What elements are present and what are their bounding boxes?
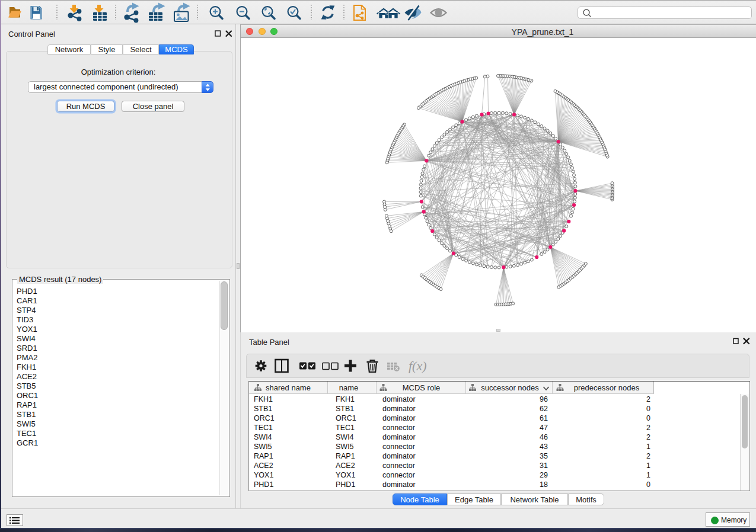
svg-text:f(x): f(x) xyxy=(409,358,427,373)
